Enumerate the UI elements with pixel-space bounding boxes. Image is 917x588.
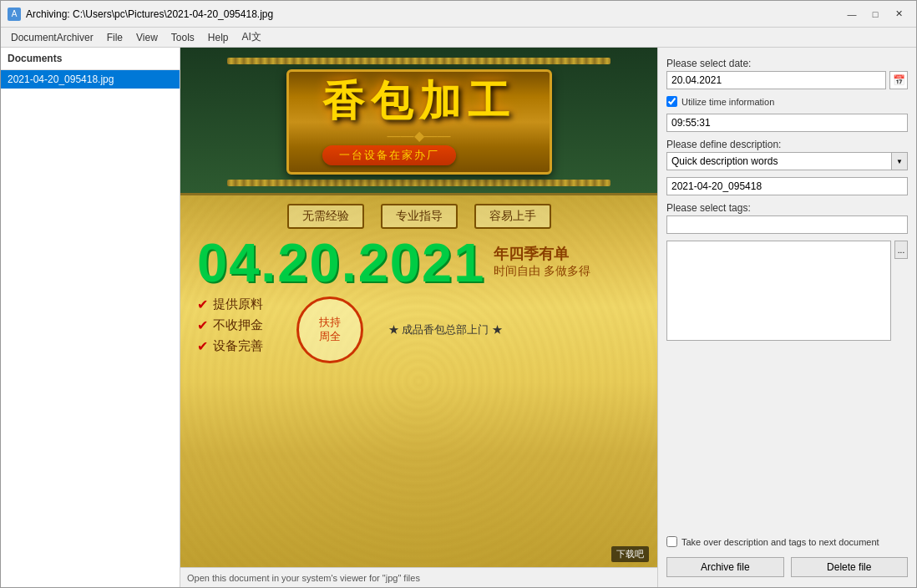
poster-right-text2: 时间自由 多做多得 [494,264,590,279]
tags-input[interactable] [666,215,908,234]
tags-textarea-row: ... [666,241,908,341]
title-bar-controls: — □ ✕ [841,6,909,23]
tags-expand-button[interactable]: ... [894,241,908,259]
poster-title-box: 香包加工 ——◆—— 一台设备在家办厂 [286,69,552,175]
poster-side-text: ★ 成品香包总部上门 ★ [388,322,503,337]
time-input[interactable] [666,114,908,132]
poster-tag-2: 专业指导 [381,204,458,229]
checklist-item-2: ✔ 不收押金 [197,317,263,333]
poster-circle-stamp: 扶持周全 [296,297,363,363]
checkmark-2: ✔ [197,317,208,333]
poster-bottom-border [227,180,611,186]
title-bar-left: A Archiving: C:\Users\pc\Pictures\2021-0… [8,8,273,21]
takeover-row: Take over description and tags to next d… [666,536,908,547]
tags-textarea[interactable] [666,241,891,341]
archive-button[interactable]: Archive file [666,557,784,577]
poster-subtitle-box: 一台设备在家办厂 [322,145,456,165]
sidebar-item-file[interactable]: 2021-04-20_095418.jpg [1,70,180,89]
checklist-item-3: ✔ 设备完善 [197,338,263,354]
sidebar-header: Documents [1,48,180,70]
window-title: Archiving: C:\Users\pc\Pictures\2021-04-… [26,8,273,20]
utilize-time-checkbox[interactable] [666,96,677,107]
watermark: 下载吧 [611,546,649,562]
takeover-checkbox[interactable] [666,536,677,547]
poster-bottom-row: ✔ 提供原料 ✔ 不收押金 ✔ 设备完善 [197,297,641,363]
poster-date-row: 04.20.2021 年四季有单 时间自由 多做多得 [197,236,641,290]
poster-title-text: 香包加工 [322,79,516,124]
image-container: 香包加工 ——◆—— 一台设备在家办厂 [180,48,657,567]
action-buttons: Archive file Delete file [666,557,908,577]
description-dropdown-button[interactable]: ▼ [891,152,908,170]
sidebar: Documents 2021-04-20_095418.jpg [1,48,180,587]
minimize-button[interactable]: — [841,6,863,23]
poster-top-border [227,58,611,64]
main-window: A Archiving: C:\Users\pc\Pictures\2021-0… [0,0,917,588]
menu-file[interactable]: File [100,30,129,45]
poster-middle: 无需经验 专业指导 容易上手 04.20.2021 年四季有单 时间自由 多做多… [180,195,657,567]
status-bar: Open this document in your system's view… [180,567,657,587]
poster-tag-1: 无需经验 [287,204,364,229]
poster-circle-text: 扶持周全 [319,316,341,344]
poster-tag-3: 容易上手 [474,204,551,229]
content-area: Documents 2021-04-20_095418.jpg 香包加工 [1,48,916,587]
main-view: 香包加工 ——◆—— 一台设备在家办厂 [180,48,657,587]
title-bar: A Archiving: C:\Users\pc\Pictures\2021-0… [1,1,916,28]
checkmark-1: ✔ [197,297,208,312]
poster-date-overlay: 04.20.2021 [197,236,485,290]
menu-view[interactable]: View [129,30,165,45]
close-button[interactable]: ✕ [888,6,909,23]
menu-tools[interactable]: Tools [165,30,201,45]
status-text: Open this document in your system's view… [187,573,420,583]
checklist-text-2: 不收押金 [213,317,263,333]
description-label: Please define description: [666,139,908,150]
date-input[interactable] [666,71,886,89]
calendar-button[interactable]: 📅 [889,71,908,89]
description-dropdown-input[interactable] [666,152,891,170]
maximize-button[interactable]: □ [864,6,886,23]
utilize-time-row: Utilize time information [666,96,908,107]
poster-background: 香包加工 ——◆—— 一台设备在家办厂 [180,48,657,567]
description-text-input[interactable] [666,177,908,195]
date-input-row: 📅 [666,71,908,89]
spacer [666,347,908,526]
time-section [666,114,908,132]
date-section: Please select date: 📅 [666,58,908,89]
app-icon: A [8,8,21,21]
poster-right-text1: 年四季有单 [494,244,590,264]
delete-button[interactable]: Delete file [791,557,909,577]
checklist-text-3: 设备完善 [213,338,263,354]
sidebar-list: 2021-04-20_095418.jpg [1,70,180,587]
checklist-item-1: ✔ 提供原料 [197,297,263,312]
date-label: Please select date: [666,58,908,69]
checklist-text-1: 提供原料 [213,297,263,312]
takeover-label: Take over description and tags to next d… [681,537,879,547]
poster-tags-row: 无需经验 专业指导 容易上手 [197,204,641,229]
poster-right-texts: 年四季有单 时间自由 多做多得 [494,244,590,279]
description-text-section [666,177,908,195]
tags-section: Please select tags: [666,202,908,234]
checkmark-3: ✔ [197,338,208,354]
tags-label: Please select tags: [666,202,908,214]
menu-bar: DocumentArchiver File View Tools Help AI… [1,28,916,48]
menu-help[interactable]: Help [201,30,236,45]
utilize-time-label: Utilize time information [681,97,774,107]
poster-subtitle-text: 一台设备在家办厂 [339,149,439,161]
description-dropdown-row: ▼ [666,152,908,170]
description-section: Please define description: ▼ [666,139,908,170]
right-panel: Please select date: 📅 Utilize time infor… [657,48,916,587]
menu-ai[interactable]: AI文 [236,28,268,46]
poster-checklist: ✔ 提供原料 ✔ 不收押金 ✔ 设备完善 [197,297,263,363]
poster-side-text-container: ★ 成品香包总部上门 ★ [388,297,503,363]
poster-top: 香包加工 ——◆—— 一台设备在家办厂 [180,48,657,195]
poster-arrow: ——◆—— [322,128,516,144]
menu-documentarchiver[interactable]: DocumentArchiver [4,30,100,45]
